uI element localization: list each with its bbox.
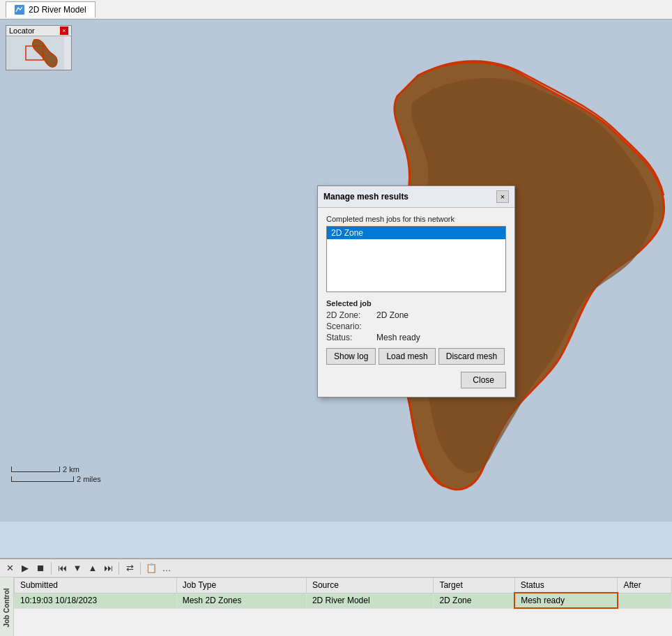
locator-body — [6, 36, 71, 70]
job-item-2d-zone[interactable]: 2D Zone — [327, 227, 505, 239]
col-job-type: Job Type — [176, 578, 306, 593]
toolbar-run-button[interactable]: ▶ — [18, 561, 32, 575]
canvas-area: Locator × 2 km 2 miles Manage mesh r — [0, 20, 672, 522]
toolbar-down-button[interactable]: ▼ — [70, 561, 84, 575]
scale-bar: 2 km 2 miles — [11, 465, 101, 483]
title-tab[interactable]: 2D River Model — [6, 1, 96, 17]
toolbar-transfer-button[interactable]: ⇄ — [123, 561, 137, 575]
col-after: After — [618, 578, 672, 593]
table-header-row: Submitted Job Type Source Target Status … — [15, 578, 672, 593]
job-item-label: 2D Zone — [331, 228, 363, 238]
job-control-label-panel: Job Control — [0, 577, 14, 636]
job-detail-status: Status: Mesh ready — [326, 333, 506, 342]
modal-body: Completed mesh jobs for this network 2D … — [318, 208, 514, 397]
dialog-close-button[interactable]: Close — [461, 372, 506, 388]
cell-status: Mesh ready — [514, 593, 618, 608]
zone-key: 2D Zone: — [326, 310, 376, 320]
modal-title: Manage mesh results — [323, 192, 408, 202]
table-row[interactable]: 10:19:03 10/18/2023 Mesh 2D Zones 2D Riv… — [15, 593, 672, 608]
completed-jobs-label: Completed mesh jobs for this network — [326, 215, 506, 223]
modal-close-button[interactable]: × — [496, 190, 509, 203]
map-icon — [15, 5, 24, 15]
toolbar-more-button[interactable]: … — [160, 561, 174, 575]
job-list[interactable]: 2D Zone — [326, 226, 506, 292]
cell-job-type: Mesh 2D Zones — [176, 593, 306, 608]
scale-miles-label: 2 miles — [77, 475, 101, 483]
selected-job-title: Selected job — [326, 299, 506, 308]
toolbar-separator-2 — [119, 562, 119, 575]
col-target: Target — [434, 578, 514, 593]
cell-after — [618, 593, 672, 608]
toolbar-up-button[interactable]: ▲ — [86, 561, 100, 575]
scale-miles-ruler — [11, 476, 74, 482]
job-table-wrapper: Submitted Job Type Source Target Status … — [14, 577, 672, 636]
toolbar-separator-1 — [51, 562, 52, 575]
job-detail-zone: 2D Zone: 2D Zone — [326, 310, 506, 320]
scale-km-label: 2 km — [63, 465, 79, 474]
toolbar-last-button[interactable]: ⏭ — [101, 561, 115, 575]
job-control-toolbar: ✕ ▶ ⏹ ⏮ ▼ ▲ ⏭ ⇄ 📋 … — [0, 559, 672, 577]
toolbar-separator-3 — [140, 562, 141, 575]
job-table: Submitted Job Type Source Target Status … — [14, 577, 672, 609]
scale-km-ruler — [11, 467, 60, 472]
status-value: Mesh ready — [376, 333, 420, 342]
show-log-button[interactable]: Show log — [326, 348, 376, 365]
tab-label: 2D River Model — [29, 5, 86, 15]
title-bar: 2D River Model — [0, 0, 672, 20]
locator-header: Locator × — [6, 26, 71, 36]
zone-value: 2D Zone — [376, 310, 408, 320]
col-status: Status — [514, 578, 618, 593]
cell-target: 2D Zone — [434, 593, 514, 608]
load-mesh-button[interactable]: Load mesh — [379, 348, 435, 365]
scenario-key: Scenario: — [326, 321, 376, 331]
toolbar-stop-button[interactable]: ⏹ — [33, 561, 47, 575]
modal-footer: Close — [326, 372, 506, 390]
col-submitted: Submitted — [15, 578, 177, 593]
job-detail-scenario: Scenario: — [326, 321, 506, 331]
scale-km-line: 2 km — [11, 465, 101, 474]
job-control-label: Job Control — [3, 588, 10, 627]
modal-action-buttons: Show log Load mesh Discard mesh — [326, 348, 506, 365]
selected-job-section: Selected job 2D Zone: 2D Zone Scenario: … — [326, 299, 506, 342]
scale-miles-line: 2 miles — [11, 475, 101, 483]
modal-titlebar: Manage mesh results × — [318, 186, 514, 208]
svg-rect-0 — [15, 5, 24, 15]
locator-label: Locator — [9, 26, 35, 35]
toolbar-cancel-button[interactable]: ✕ — [3, 561, 17, 575]
locator-widget: Locator × — [6, 25, 72, 70]
job-table-container: Job Control Submitted Job Type Source Ta… — [0, 577, 672, 636]
col-source: Source — [306, 578, 434, 593]
locator-close-button[interactable]: × — [60, 26, 68, 35]
locator-map — [6, 36, 64, 70]
cell-submitted: 10:19:03 10/18/2023 — [15, 593, 177, 608]
cell-source: 2D River Model — [306, 593, 434, 608]
manage-mesh-dialog[interactable]: Manage mesh results × Completed mesh job… — [317, 186, 515, 397]
status-key: Status: — [326, 333, 376, 342]
bottom-panel: ✕ ▶ ⏹ ⏮ ▼ ▲ ⏭ ⇄ 📋 … Job Control Submitte… — [0, 558, 672, 636]
toolbar-first-button[interactable]: ⏮ — [55, 561, 69, 575]
toolbar-clipboard-button[interactable]: 📋 — [144, 561, 158, 575]
discard-mesh-button[interactable]: Discard mesh — [438, 348, 505, 365]
